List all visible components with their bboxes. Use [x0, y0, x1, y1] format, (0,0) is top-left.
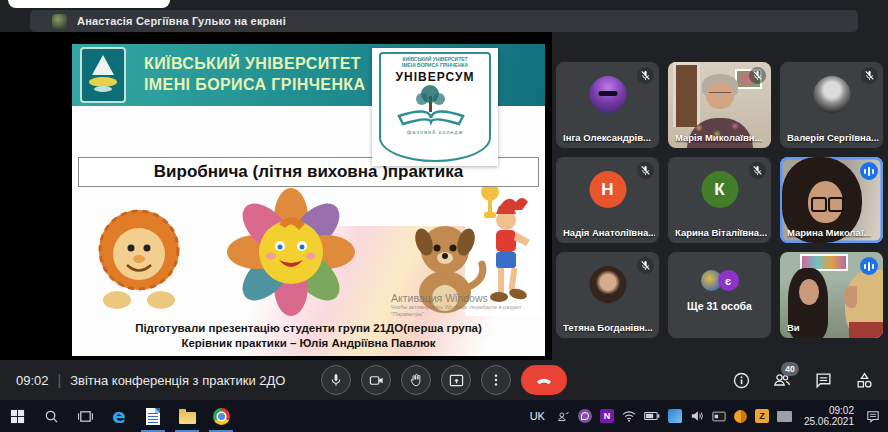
- windows-taskbar: e UK N: [0, 400, 888, 432]
- university-logo-icon: [80, 47, 126, 103]
- video-person: [709, 92, 731, 98]
- participant-name: Ви: [787, 322, 800, 333]
- presentation-slide: КИЇВСЬКИЙ УНІВЕРСИТЕТ ІМЕНІ БОРИСА ГРІНЧ…: [72, 44, 545, 356]
- video-background: [673, 62, 700, 127]
- participant-tile-tetiana[interactable]: Тетяна Богданівн...: [556, 252, 659, 338]
- end-call-button[interactable]: [521, 365, 567, 395]
- edge-icon[interactable]: e: [102, 400, 136, 432]
- coin-app-icon[interactable]: [734, 410, 747, 423]
- university-name: КИЇВСЬКИЙ УНІВЕРСИТЕТ ІМЕНІ БОРИСА ГРІНЧ…: [144, 53, 366, 95]
- chat-button[interactable]: [813, 370, 833, 390]
- participant-tile-inga[interactable]: Інга Олександрів...: [556, 62, 659, 148]
- video-person: [811, 197, 827, 212]
- mic-muted-icon: [637, 257, 654, 274]
- video-person: [828, 197, 844, 212]
- participant-name: Надія Анатоліївна...: [563, 227, 655, 238]
- video-person: [849, 322, 883, 338]
- chrome-icon[interactable]: [204, 400, 238, 432]
- meeting-info: 09:02 | Звітна конференція з практики 2Д…: [16, 360, 285, 400]
- overflow-count-label: Ще 31 особа: [668, 300, 771, 312]
- participant-tile-you[interactable]: Ви: [780, 252, 883, 338]
- system-tray: UK N Z 09:02 25.06.202: [526, 400, 888, 432]
- video-app-icon[interactable]: [712, 411, 726, 422]
- mic-muted-icon: [861, 67, 878, 84]
- activities-button[interactable]: [854, 370, 874, 390]
- video-person: [799, 279, 819, 305]
- tree-book-icon: [381, 84, 481, 128]
- messenger-app-icon[interactable]: [668, 409, 682, 423]
- participant-tile-overflow[interactable]: є Ще 31 особа: [668, 252, 771, 338]
- z-app-icon[interactable]: Z: [755, 409, 769, 423]
- audio-level-icon: [860, 257, 878, 275]
- participants-grid: Інга Олександрів... Марія Миколаївн... В…: [556, 62, 884, 338]
- windows-activation-watermark: Активация Windows Чтобы активировать Win…: [391, 292, 541, 318]
- universum-shield: КИЇВСЬКИЙ УНІВЕРСИТЕТ ІМЕНІ БОРИСА ГРІНЧ…: [379, 52, 491, 162]
- slide-footer-line1: Підготували презентацію студенти групи 2…: [72, 322, 545, 334]
- participant-name: Марія Миколаївн...: [675, 132, 762, 143]
- participant-tile-marina[interactable]: Марина Миколаї...: [780, 157, 883, 243]
- overflow-avatars: є: [701, 270, 739, 291]
- viber-icon[interactable]: [578, 409, 592, 423]
- universum-badge: КИЇВСЬКИЙ УНІВЕРСИТЕТ ІМЕНІ БОРИСА ГРІНЧ…: [372, 48, 498, 166]
- popup-remnant: [8, 0, 170, 8]
- presenting-banner: Анастасія Сергіївна Гулько на екрані: [30, 10, 858, 32]
- task-view-button[interactable]: [68, 400, 102, 432]
- participant-tile-karina[interactable]: К Карина Віталіївна...: [668, 157, 771, 243]
- avatar-initial: К: [701, 171, 738, 208]
- mic-muted-icon: [637, 162, 654, 179]
- volume-icon[interactable]: [690, 410, 704, 422]
- presenter-avatar: [52, 14, 67, 29]
- display-tray-icon[interactable]: [777, 411, 792, 422]
- lion-illustration: [87, 202, 192, 314]
- avatar: [813, 76, 850, 113]
- flower-illustration: [220, 186, 362, 318]
- meeting-details-button[interactable]: [731, 370, 751, 390]
- onenote-icon[interactable]: N: [600, 409, 614, 423]
- mic-button[interactable]: [321, 365, 351, 395]
- avatar-initial: є: [718, 270, 739, 291]
- participant-tile-maria[interactable]: Марія Миколаївн...: [668, 62, 771, 148]
- participant-name: Тетяна Богданівн...: [563, 322, 653, 333]
- taskbar-apps: e: [0, 400, 238, 432]
- presenting-banner-text: Анастасія Сергіївна Гулько на екрані: [77, 15, 286, 27]
- battery-icon[interactable]: [644, 411, 660, 421]
- present-screen-button[interactable]: [441, 365, 471, 395]
- mic-muted-icon: [749, 67, 766, 84]
- participant-name: Валерія Сергіївна...: [787, 132, 879, 143]
- search-icon[interactable]: [34, 400, 68, 432]
- participant-name: Інга Олександрів...: [563, 132, 651, 143]
- separator: |: [58, 372, 62, 388]
- participants-count-badge: 40: [781, 362, 799, 376]
- avatar: [589, 76, 626, 113]
- mic-muted-icon: [749, 162, 766, 179]
- meeting-panels: 40: [731, 360, 874, 400]
- participants-button[interactable]: 40: [772, 370, 792, 390]
- taskbar-clock[interactable]: 09:02 25.06.2021: [800, 405, 858, 427]
- call-controls: [321, 365, 567, 395]
- avatar: [589, 266, 626, 303]
- file-explorer-icon[interactable]: [170, 400, 204, 432]
- screenshare-stage[interactable]: КИЇВСЬКИЙ УНІВЕРСИТЕТ ІМЕНІ БОРИСА ГРІНЧ…: [0, 32, 552, 360]
- raise-hand-button[interactable]: [401, 365, 431, 395]
- meeting-name: Звітна конференція з практики 2ДО: [70, 373, 285, 388]
- video-person: [844, 286, 857, 308]
- participant-tile-nadia[interactable]: Н Надія Анатоліївна...: [556, 157, 659, 243]
- slide-footer-line2: Керівник практики – Юлія Андріївна Павлю…: [72, 337, 545, 349]
- more-options-button[interactable]: [481, 365, 511, 395]
- meet-window: Анастасія Сергіївна Гулько на екрані КИЇ…: [0, 0, 888, 432]
- language-indicator[interactable]: UK: [526, 410, 549, 422]
- participant-name: Карина Віталіївна...: [675, 227, 767, 238]
- people-tray-icon[interactable]: [557, 410, 570, 423]
- participant-tile-valeria[interactable]: Валерія Сергіївна...: [780, 62, 883, 148]
- clock-label: 09:02: [16, 373, 49, 388]
- mic-muted-icon: [637, 67, 654, 84]
- audio-level-icon: [860, 162, 878, 180]
- participant-name: Марина Миколаї...: [787, 227, 871, 238]
- start-button[interactable]: [0, 400, 34, 432]
- camera-button[interactable]: [361, 365, 391, 395]
- wifi-icon[interactable]: [622, 410, 636, 422]
- meet-control-bar: 09:02 | Звітна конференція з практики 2Д…: [0, 360, 888, 400]
- avatar-initial: Н: [589, 171, 626, 208]
- document-app-icon[interactable]: [136, 400, 170, 432]
- action-center-icon[interactable]: [866, 410, 880, 423]
